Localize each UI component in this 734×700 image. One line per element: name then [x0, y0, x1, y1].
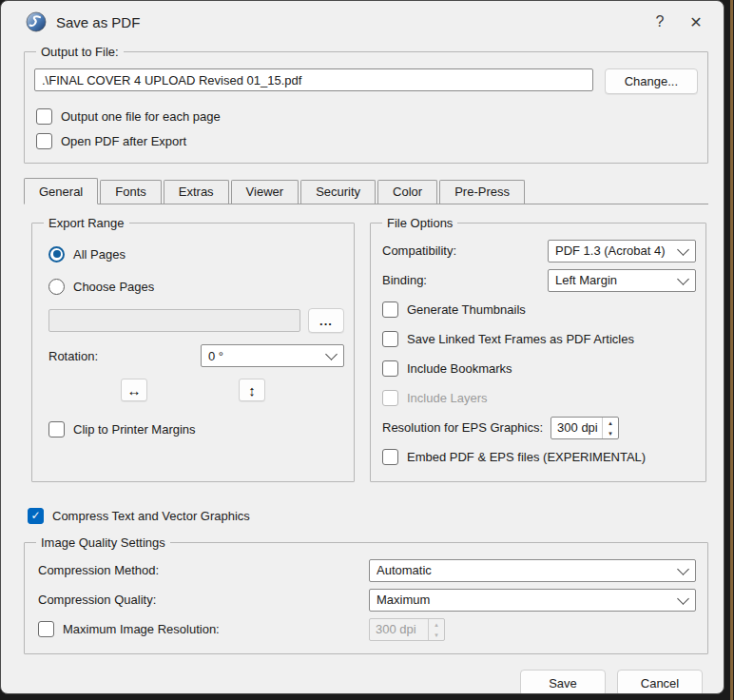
binding-label: Binding: — [382, 273, 427, 287]
eps-resolution-label: Resolution for EPS Graphics: — [382, 420, 543, 435]
titlebar: Save as PDF ? ✕ — [1, 1, 724, 43]
tab-pre-press[interactable]: Pre-Press — [439, 180, 525, 204]
checkbox-label: Compress Text and Vector Graphics — [52, 509, 250, 523]
checkbox-label: Include Bookmarks — [407, 361, 512, 376]
chevron-down-icon — [677, 563, 689, 575]
general-tab-pane: Export Range All Pages Choose Pages ... … — [24, 204, 708, 496]
compatibility-label: Compatibility: — [382, 243, 456, 258]
spinner-buttons: ▴ ▾ — [428, 619, 444, 640]
compatibility-select[interactable]: PDF 1.3 (Acrobat 4) — [548, 240, 696, 262]
max-image-resolution-row: Maximum Image Resolution: 300 dpi ▴ ▾ — [38, 614, 698, 644]
flip-horizontal-button[interactable]: ↔ — [121, 379, 147, 401]
spin-down-icon[interactable]: ▾ — [603, 428, 618, 438]
cancel-button[interactable]: Cancel — [617, 670, 703, 694]
desktop-edge-stripe — [730, 0, 733, 700]
radio-choose-pages[interactable]: Choose Pages — [48, 272, 344, 301]
compression-method-row: Compression Method: Automatic — [38, 555, 698, 585]
rotation-row: Rotation: 0 ° — [48, 344, 344, 367]
checkbox-box — [36, 133, 52, 149]
checkbox-box — [382, 390, 398, 406]
checkbox-label: Include Layers — [407, 391, 488, 405]
checkbox-box — [382, 360, 398, 377]
tab-viewer[interactable]: Viewer — [231, 180, 299, 204]
compression-quality-label: Compression Quality: — [38, 593, 369, 607]
save-as-pdf-dialog: Save as PDF ? ✕ Output to File: Change..… — [0, 0, 724, 694]
checkbox-clip-printer-margins[interactable]: Clip to Printer Margins — [48, 417, 344, 441]
checkbox-label: Save Linked Text Frames as PDF Articles — [407, 332, 634, 346]
radio-all-pages[interactable]: All Pages — [48, 240, 344, 268]
compression-method-value: Automatic — [377, 563, 673, 577]
compression-quality-select[interactable]: Maximum — [369, 589, 696, 612]
tab-fonts[interactable]: Fonts — [100, 180, 162, 204]
binding-select[interactable]: Left Margin — [548, 269, 696, 292]
checkbox-include-layers: Include Layers — [382, 383, 696, 413]
pages-range-input — [48, 309, 300, 332]
checkbox-one-file-per-page[interactable]: Output one file for each page — [36, 104, 698, 128]
compatibility-row: Compatibility: PDF 1.3 (Acrobat 4) — [382, 236, 696, 265]
radio-label: Choose Pages — [73, 280, 154, 294]
pages-range-picker-button[interactable]: ... — [308, 308, 344, 333]
checkbox-open-after-export[interactable]: Open PDF after Export — [36, 128, 698, 153]
compression-method-select[interactable]: Automatic — [369, 559, 696, 582]
dialog-footer: Save Cancel — [24, 654, 708, 694]
checkbox-box — [36, 108, 52, 125]
checkbox-box — [382, 331, 398, 347]
spin-up-icon[interactable]: ▴ — [603, 418, 618, 428]
close-button[interactable]: ✕ — [678, 7, 714, 37]
chevron-down-icon — [677, 273, 689, 285]
tab-color[interactable]: Color — [377, 180, 437, 204]
flip-vertical-button[interactable]: ↕ — [239, 379, 265, 401]
max-image-resolution-value: 300 dpi — [370, 619, 428, 640]
checkbox-max-image-resolution[interactable]: Maximum Image Resolution: — [38, 621, 369, 637]
eps-resolution-value: 300 dpi — [551, 418, 602, 438]
tab-bar: General Fonts Extras Viewer Security Col… — [24, 177, 708, 204]
chevron-down-icon — [325, 348, 338, 360]
scribus-app-icon — [26, 11, 47, 32]
radio-button — [48, 279, 65, 295]
compression-quality-row: Compression Quality: Maximum — [38, 585, 698, 614]
checkbox-label: Open PDF after Export — [61, 134, 186, 148]
max-image-resolution-spinner: 300 dpi ▴ ▾ — [369, 618, 445, 641]
compression-method-label: Compression Method: — [38, 563, 369, 577]
output-file-row: Change... — [34, 68, 698, 94]
export-range-group: Export Range All Pages Choose Pages ... … — [31, 216, 355, 482]
output-group: Output to File: Change... Output one fil… — [24, 45, 708, 164]
checkbox-include-bookmarks[interactable]: Include Bookmarks — [382, 354, 696, 383]
image-quality-label: Image Quality Settings — [36, 535, 170, 550]
spinner-buttons: ▴ ▾ — [602, 418, 618, 438]
checkbox-save-linked-text-frames[interactable]: Save Linked Text Frames as PDF Articles — [382, 324, 696, 354]
output-file-input[interactable] — [34, 68, 593, 91]
change-file-button[interactable]: Change... — [605, 68, 698, 94]
window-title: Save as PDF — [56, 14, 140, 30]
checkbox-label: Maximum Image Resolution: — [63, 622, 220, 636]
spin-up-icon: ▴ — [429, 619, 444, 630]
file-options-group: File Options Compatibility: PDF 1.3 (Acr… — [370, 216, 706, 482]
checkbox-compress-text-vector[interactable]: ✓ Compress Text and Vector Graphics — [28, 501, 708, 530]
save-button[interactable]: Save — [520, 670, 606, 694]
tab-general[interactable]: General — [24, 178, 98, 204]
pages-range-row: ... — [48, 308, 344, 333]
checkbox-box — [38, 621, 54, 637]
binding-row: Binding: Left Margin — [382, 265, 696, 295]
tab-security[interactable]: Security — [300, 180, 376, 204]
eps-resolution-spinner[interactable]: 300 dpi ▴ ▾ — [550, 417, 619, 439]
help-button[interactable]: ? — [642, 7, 678, 37]
output-group-label: Output to File: — [36, 45, 124, 59]
chevron-down-icon — [677, 593, 689, 605]
radio-button — [48, 246, 65, 262]
checkbox-embed-pdf-eps[interactable]: Embed PDF & EPS files (EXPERIMENTAL) — [382, 442, 696, 472]
flip-horizontal-icon: ↔ — [127, 382, 142, 399]
flip-buttons-row: ↔ ↕ — [42, 379, 344, 401]
desktop: { "window": { "title": "Save as PDF" }, … — [0, 0, 734, 700]
radio-label: All Pages — [73, 247, 126, 262]
eps-resolution-row: Resolution for EPS Graphics: 300 dpi ▴ ▾ — [382, 413, 696, 442]
checkbox-box — [382, 301, 398, 318]
checkbox-box: ✓ — [28, 508, 44, 524]
file-options-label: File Options — [382, 216, 457, 230]
tab-extras[interactable]: Extras — [164, 180, 229, 204]
checkbox-label: Clip to Printer Margins — [73, 422, 196, 437]
rotation-select[interactable]: 0 ° — [201, 344, 344, 367]
flip-vertical-icon: ↕ — [248, 382, 256, 399]
checkbox-generate-thumbnails[interactable]: Generate Thumbnails — [382, 295, 696, 324]
binding-value: Left Margin — [555, 273, 673, 287]
